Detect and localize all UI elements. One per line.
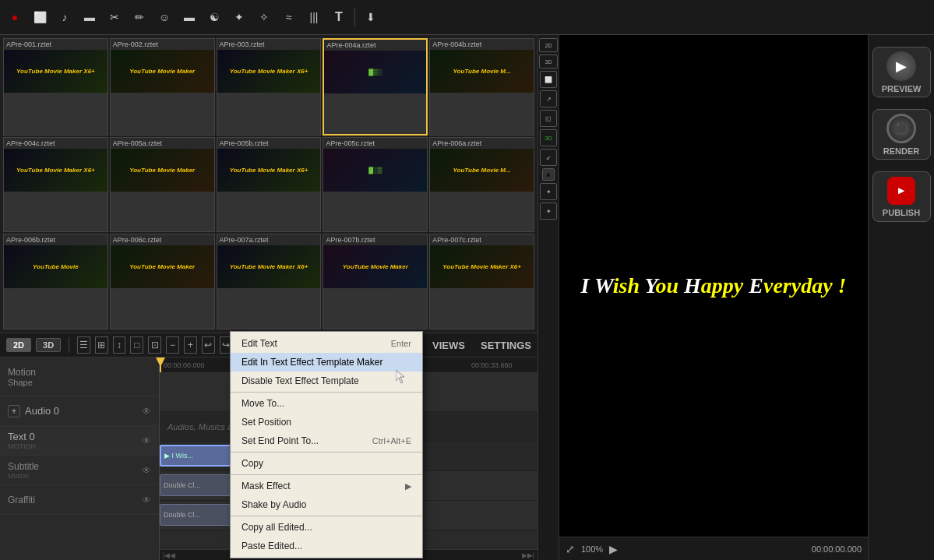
shape-label: Shape <box>8 378 151 387</box>
track-list-btn[interactable]: ☰ <box>77 336 90 354</box>
media-item[interactable]: APre-003.rztet YouTube Movie Maker X6+ <box>217 38 322 136</box>
media-title: APre-005b.rztet <box>217 138 321 149</box>
render-circle: ⬛ <box>886 114 916 143</box>
ctx-edit-template[interactable]: Edit In Text Effect Template Maker <box>231 353 422 372</box>
ctx-edit-text[interactable]: Edit Text Enter <box>231 334 422 353</box>
media-item-selected[interactable]: APre-004a.rztet ▓▒░ <box>322 38 428 136</box>
playhead <box>160 357 161 372</box>
split-btn[interactable]: ⊡ <box>148 336 161 354</box>
wave-btn[interactable]: ≈ <box>278 6 300 28</box>
settings-menu[interactable]: SETTINGS <box>481 340 531 351</box>
sidepanel-btn5[interactable]: ◱ <box>540 110 557 127</box>
media-title: APre-006a.rztet <box>430 138 534 149</box>
graffiti-eye-btn[interactable]: 👁 <box>142 495 151 505</box>
media-item[interactable]: APre-006c.rztet YouTube Movie Maker <box>110 234 215 329</box>
grid-btn[interactable]: ⊞ <box>95 336 108 354</box>
audio-add-btn[interactable]: + <box>8 405 20 417</box>
new-btn[interactable]: ⬜ <box>29 6 51 28</box>
publish-circle: ▶ <box>887 177 915 205</box>
preview-expand-icon: ⤢ <box>566 543 575 555</box>
clip-btn[interactable]: ▬ <box>79 6 100 28</box>
views-menu[interactable]: VIEWS <box>432 340 465 351</box>
cut-btn[interactable]: ✂ <box>104 6 125 28</box>
media-item[interactable]: APre-005c.rztet ▓░▒ <box>322 137 428 233</box>
text0-label: Text 0 <box>8 431 137 442</box>
text-btn[interactable]: T <box>328 6 350 28</box>
main-content: APre-001.rztet YouTube Movie Maker X6+ A… <box>0 35 934 560</box>
audio-eye-btn[interactable]: 👁 <box>142 406 151 417</box>
sidepanel-btn8[interactable]: ■ <box>542 168 555 181</box>
ctx-move-to-label: Move To... <box>241 398 284 409</box>
sidepanel-btn1[interactable]: 2D <box>539 38 558 52</box>
ctx-mask-effect[interactable]: Mask Effect ▶ <box>231 477 422 495</box>
preview-text: I Wish You Happy Everyday ! <box>581 273 847 298</box>
record-btn[interactable]: ● <box>4 6 26 28</box>
media-title: APre-006b.rztet <box>4 234 107 245</box>
audio-btn[interactable]: ♪ <box>54 6 76 28</box>
ctx-set-position-label: Set Position <box>241 417 291 428</box>
sidepanel-btn3[interactable]: ⬜ <box>540 71 557 88</box>
media-item[interactable]: APre-004b.rztet YouTube Movie M... <box>429 38 534 136</box>
ctx-move-to[interactable]: Move To... <box>231 394 422 413</box>
star-btn[interactable]: ✦ <box>228 6 250 28</box>
media-item[interactable]: APre-001.rztet YouTube Movie Maker X6+ <box>3 38 108 136</box>
undo-btn[interactable]: ↩ <box>202 336 215 354</box>
subtitle-eye-btn[interactable]: 👁 <box>142 465 151 476</box>
sep1 <box>354 8 355 26</box>
media-item[interactable]: APre-005b.rztet YouTube Movie Maker X6+ <box>217 137 322 233</box>
sidepanel-btn10[interactable]: ✦ <box>540 203 557 220</box>
ctx-paste-edited[interactable]: Paste Edited... <box>231 537 422 555</box>
media-item[interactable]: APre-004c.rztet YouTube Movie Maker X6+ <box>3 137 108 233</box>
expand-btn[interactable]: □ <box>130 336 143 354</box>
emoji-btn[interactable]: ☺ <box>153 6 175 28</box>
media-item[interactable]: APre-006a.rztet YouTube Movie M... <box>429 137 534 233</box>
zoom-in-btn[interactable]: + <box>184 336 197 354</box>
preview-btn[interactable]: ▶ PREVIEW <box>872 47 931 97</box>
sidepanel-btn2[interactable]: 3D <box>539 55 558 69</box>
bars-btn[interactable]: ||| <box>303 6 325 28</box>
rect-btn[interactable]: ▬ <box>178 6 200 28</box>
preview-play-icon: ▶ <box>896 58 907 75</box>
media-item[interactable]: APre-002.rztet YouTube Movie Maker <box>110 38 215 136</box>
sun-btn[interactable]: ☯ <box>203 6 225 28</box>
track-label-text0: Text 0 MOTION 👁 <box>0 426 159 456</box>
media-item[interactable]: APre-006b.rztet YouTube Movie <box>3 234 108 329</box>
ctx-set-end-point[interactable]: Set End Point To... Ctrl+Alt+E <box>231 431 422 450</box>
track-label-motion: Motion Shape <box>0 357 159 396</box>
publish-btn[interactable]: ▶ PUBLISH <box>872 171 931 222</box>
sidepanel-btn7[interactable]: ↙ <box>540 149 557 166</box>
preview-section: I Wish You Happy Everyday ! ⤢ 100% ▶ 00:… <box>559 35 868 560</box>
zoom-out-btn[interactable]: − <box>166 336 179 354</box>
ctx-shake-audio[interactable]: Shake by Audio <box>231 495 422 514</box>
download-btn[interactable]: ⬇ <box>360 6 382 28</box>
media-item[interactable]: APre-007c.rztet YouTube Movie Maker X6+ <box>429 234 534 329</box>
media-thumb: YouTube Movie M... <box>430 50 534 93</box>
track-label-graffiti: Graffiti 👁 <box>0 485 159 515</box>
render-btn[interactable]: ⬛ RENDER <box>872 109 931 160</box>
render-label: RENDER <box>883 146 919 156</box>
ctx-sep1 <box>231 392 422 393</box>
scroll-left: |◀◀ <box>163 551 175 559</box>
sidepanel-btn9[interactable]: ✦ <box>540 183 557 200</box>
ctx-disable-template[interactable]: Disable Text Effect Template <box>231 372 422 390</box>
pencil-btn[interactable]: ✏ <box>129 6 150 28</box>
preview-play-btn[interactable]: ▶ <box>609 543 618 555</box>
sidepanel-btn6[interactable]: 3D <box>540 129 557 146</box>
media-item[interactable]: APre-007a.rztet YouTube Movie Maker X6+ <box>217 234 322 329</box>
text0-eye-btn[interactable]: 👁 <box>142 435 151 446</box>
ctx-copy[interactable]: Copy <box>231 454 422 473</box>
context-menu: Edit Text Enter Edit In Text Effect Temp… <box>230 331 423 558</box>
media-thumb: YouTube Movie Maker X6+ <box>217 245 321 288</box>
ctx-copy-all-edited[interactable]: Copy all Edited... <box>231 518 422 537</box>
mode-2d-btn[interactable]: 2D <box>6 338 31 352</box>
mode-3d-btn[interactable]: 3D <box>36 338 61 352</box>
track-label-subtitle: Subtitle Motion 👁 <box>0 456 159 485</box>
sort-btn[interactable]: ↕ <box>113 336 126 354</box>
preview-circle: ▶ <box>886 51 916 81</box>
sidepanel-btn4[interactable]: ↗ <box>540 90 557 107</box>
ctx-set-position[interactable]: Set Position <box>231 413 422 431</box>
text0-clip[interactable]: ▶ I Wis... <box>160 445 238 467</box>
media-item[interactable]: APre-007b.rztet YouTube Movie Maker <box>322 234 428 329</box>
media-item[interactable]: APre-005a.rztet YouTube Movie Maker <box>110 137 215 233</box>
star2-btn[interactable]: ✧ <box>253 6 275 28</box>
